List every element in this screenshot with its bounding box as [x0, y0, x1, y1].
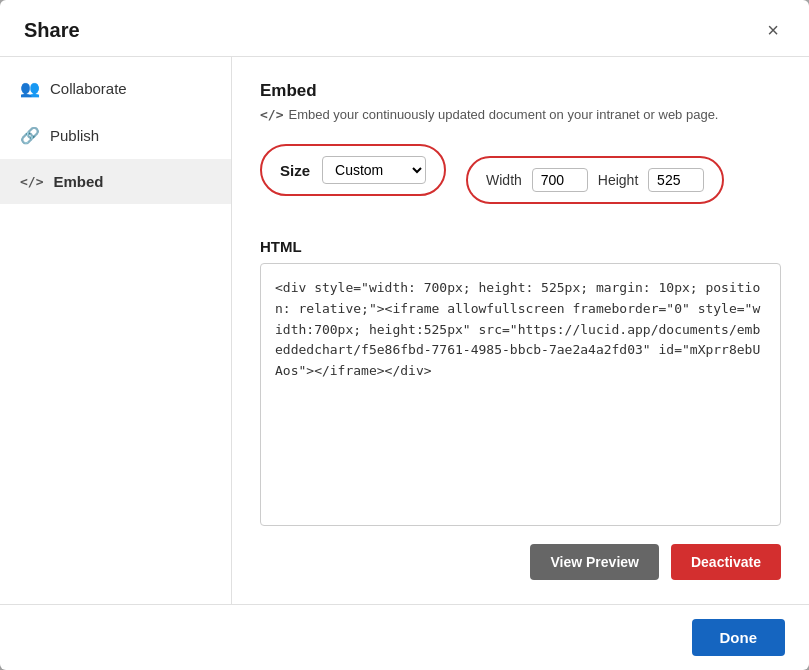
content-subtitle: </> Embed your continuously updated docu…	[260, 107, 781, 122]
width-input[interactable]	[532, 168, 588, 192]
html-label: HTML	[260, 238, 781, 255]
sidebar-item-collaborate[interactable]: 👥 Collaborate	[0, 65, 231, 112]
modal-title: Share	[24, 19, 80, 42]
content-area: Embed </> Embed your continuously update…	[232, 57, 809, 604]
size-section: Size Custom Small Medium Large	[260, 144, 446, 196]
publish-icon: 🔗	[20, 126, 40, 145]
height-input[interactable]	[648, 168, 704, 192]
embed-icon: </>	[20, 174, 43, 189]
done-button[interactable]: Done	[692, 619, 786, 656]
size-dimensions: Width Height	[466, 156, 724, 204]
collaborate-icon: 👥	[20, 79, 40, 98]
size-label: Size	[280, 162, 310, 179]
close-button[interactable]: ×	[761, 18, 785, 42]
height-label: Height	[598, 172, 638, 188]
sidebar-item-label-embed: Embed	[53, 173, 103, 190]
deactivate-button[interactable]: Deactivate	[671, 544, 781, 580]
share-modal: Share × 👥 Collaborate 🔗 Publish </> Embe…	[0, 0, 809, 670]
html-code-box[interactable]: <div style="width: 700px; height: 525px;…	[260, 263, 781, 526]
view-preview-button[interactable]: View Preview	[530, 544, 658, 580]
sidebar-item-label-publish: Publish	[50, 127, 99, 144]
width-label: Width	[486, 172, 522, 188]
subtitle-text: Embed your continuously updated document…	[288, 107, 718, 122]
sidebar-item-embed[interactable]: </> Embed	[0, 159, 231, 204]
action-row: View Preview Deactivate	[260, 544, 781, 580]
sidebar-item-publish[interactable]: 🔗 Publish	[0, 112, 231, 159]
subtitle-code-icon: </>	[260, 107, 283, 122]
sidebar: 👥 Collaborate 🔗 Publish </> Embed	[0, 57, 232, 604]
modal-header: Share ×	[0, 0, 809, 57]
modal-overlay: Share × 👥 Collaborate 🔗 Publish </> Embe…	[0, 0, 809, 670]
modal-body: 👥 Collaborate 🔗 Publish </> Embed Embed …	[0, 57, 809, 604]
content-title: Embed	[260, 81, 781, 101]
modal-footer: Done	[0, 604, 809, 670]
size-select[interactable]: Custom Small Medium Large	[322, 156, 426, 184]
size-row: Size Custom Small Medium Large Width Hei…	[260, 144, 781, 216]
sidebar-item-label-collaborate: Collaborate	[50, 80, 127, 97]
